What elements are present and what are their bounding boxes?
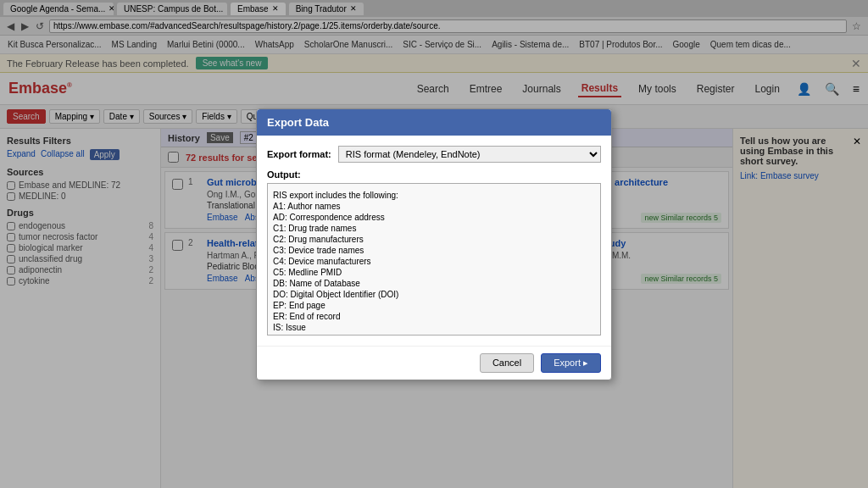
modal-overlay: Export Data Export format: RIS format (M… [0, 0, 868, 488]
ris-header: RIS export includes the following: [273, 191, 595, 200]
field-ad: AD: Correspondence address [273, 213, 595, 222]
field-do: DO: Digital Object Identifier (DOI) [273, 290, 595, 299]
modal-title: Export Data [267, 116, 329, 129]
field-db: DB: Name of Database [273, 279, 595, 288]
export-modal: Export Data Export format: RIS format (M… [256, 108, 612, 380]
field-c4: C4: Device manufacturers [273, 257, 595, 266]
field-a1: A1: Author names [273, 202, 595, 211]
format-label: Export format: [267, 149, 331, 159]
export-content-box: RIS export includes the following: A1: A… [267, 183, 601, 336]
cancel-button[interactable]: Cancel [480, 353, 534, 373]
field-jf: JF: Journal Title (full) [273, 334, 595, 336]
export-button[interactable]: Export ▸ [541, 353, 601, 373]
export-format-select[interactable]: RIS format (Mendeley, EndNote) CSV XML X… [338, 146, 601, 163]
field-ep: EP: End page [273, 301, 595, 310]
modal-footer: Cancel Export ▸ [257, 346, 611, 380]
field-c1: C1: Drug trade names [273, 224, 595, 233]
field-c5: C5: Medline PMID [273, 268, 595, 277]
field-c3: C3: Device trade names [273, 246, 595, 255]
output-label: Output: [267, 169, 601, 180]
field-is: IS: Issue [273, 323, 595, 332]
field-er: ER: End of record [273, 312, 595, 321]
format-row: Export format: RIS format (Mendeley, End… [267, 146, 601, 163]
field-c2: C2: Drug manufacturers [273, 235, 595, 244]
modal-header: Export Data [257, 109, 611, 136]
modal-body: Export format: RIS format (Mendeley, End… [257, 136, 611, 346]
